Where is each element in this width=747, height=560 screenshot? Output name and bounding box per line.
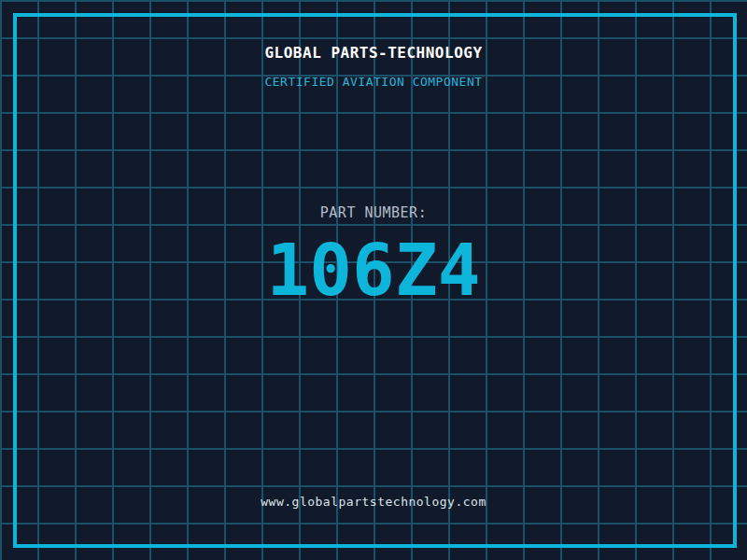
- company-title: GLOBAL PARTS-TECHNOLOGY: [0, 44, 747, 62]
- company-subtitle: CERTIFIED AVIATION COMPONENT: [0, 75, 747, 89]
- part-number-label: PART NUMBER:: [0, 204, 747, 221]
- part-number-value: 106Z4: [0, 235, 747, 306]
- blueprint-page: GLOBAL PARTS-TECHNOLOGY CERTIFIED AVIATI…: [0, 0, 747, 560]
- website-url: www.globalpartstechnology.com: [0, 495, 747, 509]
